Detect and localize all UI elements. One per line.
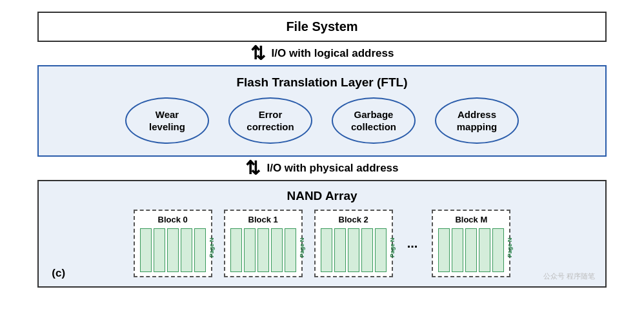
block-2-title: Block 2 bbox=[339, 215, 368, 224]
ftl-oval-address-mapping: Addressmapping bbox=[435, 97, 519, 144]
nand-block-0: Block 0 Page 0 Page 1 Page 2 ... Page N bbox=[134, 210, 212, 277]
ftl-title: Flash Translation Layer (FTL) bbox=[236, 75, 407, 90]
page-bar: Page N bbox=[194, 228, 206, 272]
main-diagram: File System ⇅ I/O with logical address F… bbox=[13, 12, 631, 288]
page-bar: Page 2 bbox=[167, 228, 179, 272]
ftl-oval-error-correction: Errorcorrection bbox=[228, 97, 312, 144]
page-bar: Page 1 bbox=[244, 228, 256, 272]
nand-dots: ... bbox=[407, 236, 418, 251]
page-bar: ... bbox=[181, 228, 192, 272]
nand-title: NAND Array bbox=[287, 189, 357, 203]
ftl-box: Flash Translation Layer (FTL) Wearleveli… bbox=[37, 65, 606, 157]
ftl-oval-wear-leveling: Wearleveling bbox=[125, 97, 209, 144]
nand-block-1: Block 1 Page 0 Page 1 Page 2 ... Page N bbox=[224, 210, 303, 277]
page-bar: ... bbox=[479, 228, 490, 272]
page-bar: ... bbox=[271, 228, 283, 272]
arrow-physical: ⇅ I/O with physical address bbox=[245, 159, 398, 177]
nand-box: NAND Array Block 0 Page 0 Page 1 Page 2 … bbox=[37, 180, 606, 288]
page-bar: Page 1 bbox=[452, 228, 463, 272]
nand-blocks-row: Block 0 Page 0 Page 1 Page 2 ... Page N … bbox=[49, 210, 594, 277]
ftl-oval-garbage-collection: Garbagecollection bbox=[332, 97, 416, 144]
page-bar: Page 0 bbox=[140, 228, 152, 272]
ftl-ovals-container: Wearleveling Errorcorrection Garbagecoll… bbox=[52, 97, 592, 144]
nand-block-2: Block 2 Page 0 Page 1 Page 2 ... Page N bbox=[314, 210, 393, 277]
watermark: 公众号 程序随笔 bbox=[543, 271, 595, 281]
page-bar: Page 2 bbox=[465, 228, 477, 272]
block-1-pages: Page 0 Page 1 Page 2 ... Page N bbox=[230, 228, 296, 272]
block-0-title: Block 0 bbox=[158, 215, 188, 224]
arrow-physical-symbol: ⇅ bbox=[245, 159, 260, 177]
page-bar: Page 1 bbox=[154, 228, 165, 272]
block-m-pages: Page 0 Page 1 Page 2 ... Page N bbox=[438, 228, 504, 272]
nand-block-m: Block M Page 0 Page 1 Page 2 ... Page N bbox=[432, 210, 510, 277]
arrow-physical-label: I/O with physical address bbox=[267, 162, 398, 175]
block-1-title: Block 1 bbox=[248, 215, 278, 224]
arrow-logical-symbol: ⇅ bbox=[250, 44, 265, 63]
page-bar: ... bbox=[361, 228, 373, 272]
nand-label-c: (c) bbox=[52, 267, 65, 280]
page-bar: Page 0 bbox=[321, 228, 332, 272]
file-system-box: File System bbox=[37, 12, 606, 42]
page-bar: Page 2 bbox=[257, 228, 269, 272]
page-bar: Page N bbox=[492, 228, 504, 272]
page-bar: Page 0 bbox=[438, 228, 450, 272]
file-system-label: File System bbox=[286, 19, 357, 34]
page-bar: Page 0 bbox=[230, 228, 242, 272]
page-bar: Page 1 bbox=[334, 228, 346, 272]
watermark-text: 公众号 程序随笔 bbox=[543, 271, 595, 281]
block-0-pages: Page 0 Page 1 Page 2 ... Page N bbox=[140, 228, 206, 272]
arrow-logical-label: I/O with logical address bbox=[272, 47, 394, 60]
block-m-title: Block M bbox=[455, 215, 487, 224]
arrow-logical: ⇅ I/O with logical address bbox=[250, 44, 394, 63]
page-bar: Page 2 bbox=[348, 228, 359, 272]
page-bar: Page N bbox=[285, 228, 296, 272]
page-bar: Page N bbox=[375, 228, 387, 272]
block-2-pages: Page 0 Page 1 Page 2 ... Page N bbox=[321, 228, 387, 272]
